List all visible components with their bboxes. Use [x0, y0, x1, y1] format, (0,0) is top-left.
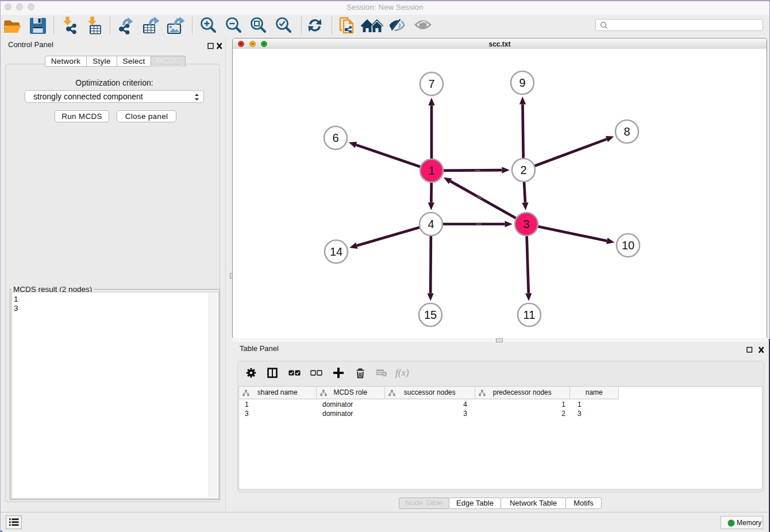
svg-text:7: 7 [428, 78, 434, 90]
svg-text:11: 11 [523, 309, 536, 321]
svg-text:9: 9 [519, 76, 525, 89]
svg-text:15: 15 [424, 309, 437, 321]
svg-text:8: 8 [623, 125, 630, 138]
svg-text:6: 6 [332, 132, 338, 144]
svg-text:f(x): f(x) [395, 367, 409, 378]
svg-text:2: 2 [520, 164, 526, 176]
svg-text:14: 14 [330, 245, 342, 258]
svg-text:3: 3 [523, 218, 529, 230]
svg-text:10: 10 [622, 239, 634, 252]
svg-text:1: 1 [428, 164, 434, 177]
svg-text:4: 4 [428, 218, 434, 230]
